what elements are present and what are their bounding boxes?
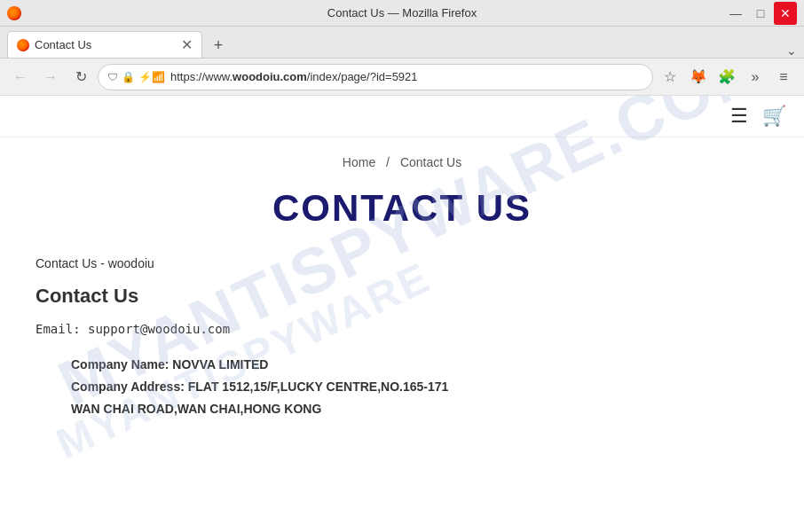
company-info: Company Name: NOVVA LIMITED Company Addr… [35, 354, 763, 421]
tab-bar: Contact Us ✕ + ⌄ [0, 27, 804, 59]
tab-favicon-icon [17, 39, 29, 51]
address-bar[interactable]: 🛡 🔒 ⚡📶 https://www.woodoiu.com/index/pag… [98, 64, 653, 90]
container-button[interactable]: 🦊 [685, 64, 712, 90]
titlebar-title: Contact Us — Mozilla Firefox [327, 6, 477, 20]
nav-right-buttons: ☆ 🦊 🧩 » ≡ [657, 64, 797, 90]
breadcrumb: Home / Contact Us [0, 137, 804, 178]
close-button[interactable]: ✕ [774, 2, 797, 25]
address-text: https://www.woodoiu.com/index/page/?id=5… [170, 70, 643, 83]
company-name: Company Name: NOVVA LIMITED [71, 354, 763, 376]
email-line: Email: support@woodoiu.com [35, 322, 763, 336]
section-label: Contact Us - woodoiu [35, 256, 763, 270]
address-security-icons: 🛡 🔒 ⚡📶 [107, 71, 165, 83]
lock-icon: 🔒 [122, 71, 135, 83]
connection-icons: ⚡📶 [138, 71, 165, 83]
tab-label: Contact Us [35, 38, 176, 51]
company-address-2: WAN CHAI ROAD,WAN CHAI,HONG KONG [71, 398, 763, 420]
cart-icon[interactable]: 🛒 [762, 105, 786, 128]
header-icons: ☰ 🛒 [730, 105, 786, 128]
url-domain: woodoiu.com [233, 70, 307, 83]
extensions-button[interactable]: 🧩 [713, 64, 740, 90]
url-before: https://www. [170, 70, 233, 83]
maximize-button[interactable]: □ [749, 2, 772, 25]
breadcrumb-separator: / [386, 155, 390, 169]
shield-icon: 🛡 [107, 71, 118, 83]
site-header: ☰ 🛒 [0, 96, 804, 137]
nav-bar: ← → ↻ 🛡 🔒 ⚡📶 https://www.woodoiu.com/ind… [0, 59, 804, 96]
menu-button[interactable]: ≡ [770, 64, 797, 90]
firefox-logo-icon [7, 6, 21, 20]
minimize-button[interactable]: — [724, 2, 747, 25]
reload-button[interactable]: ↻ [67, 64, 94, 90]
titlebar-controls: — □ ✕ [724, 2, 797, 25]
breadcrumb-current: Contact Us [400, 155, 461, 169]
contact-heading: Contact Us [35, 285, 763, 308]
more-tools-button[interactable]: » [742, 64, 769, 90]
page-content: Contact Us - woodoiu Contact Us Email: s… [0, 256, 799, 457]
forward-button[interactable]: → [37, 64, 64, 90]
tab-close-button[interactable]: ✕ [181, 38, 193, 52]
back-button[interactable]: ← [7, 64, 34, 90]
new-tab-button[interactable]: + [206, 33, 231, 58]
page-title: CONTACT US [0, 178, 804, 256]
titlebar-left [7, 6, 21, 20]
titlebar: Contact Us — Mozilla Firefox — □ ✕ [0, 0, 804, 27]
url-after: /index/page/?id=5921 [307, 70, 418, 83]
tab-chevron-icon[interactable]: ⌄ [786, 43, 797, 58]
breadcrumb-home-link[interactable]: Home [343, 155, 375, 169]
bookmark-button[interactable]: ☆ [657, 64, 683, 90]
browser-content: MYANTISPYWARE.COM MYANTISPYWARE ☰ 🛒 Home… [0, 96, 804, 532]
company-address-1: Company Address: FLAT 1512,15/F,LUCKY CE… [71, 376, 763, 398]
tab-contact-us[interactable]: Contact Us ✕ [7, 31, 202, 58]
hamburger-menu-icon[interactable]: ☰ [730, 105, 748, 128]
